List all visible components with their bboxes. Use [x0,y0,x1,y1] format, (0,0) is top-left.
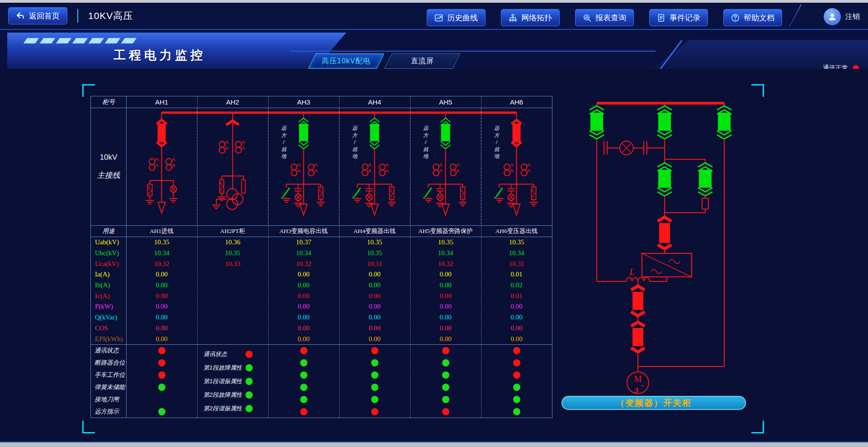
status-indicator-red [245,351,253,358]
svg-text:方: 方 [423,133,429,138]
measurement-value: 10.35 [339,248,410,259]
ah2-status-label: 通讯状态 [203,350,227,358]
measurement-label: Ib(A) [91,280,126,291]
vfd-circuit[interactable]: LM~3 [590,103,731,394]
status-indicator-cell [126,394,197,406]
status-indicator-cell [410,406,481,418]
nav-button-2[interactable]: 网络拓扑 [501,9,560,26]
cabinet-header-AH2: AH2 [197,96,268,108]
report-search-icon [583,14,591,22]
measurement-value: 0.00 [268,312,339,323]
corner-bracket-bottom-right [751,421,764,433]
user-avatar[interactable] [824,8,841,25]
svg-text:远: 远 [352,125,358,131]
measurement-value: 0.00 [268,290,339,301]
svg-text:~: ~ [640,382,644,390]
nav-button-1[interactable]: 历史曲线 [427,9,486,26]
measurement-label: Ia(A) [91,269,126,280]
cabinet-header-AH5: AH5 [410,96,481,108]
status-label: 手车工作位 [91,369,126,381]
purpose-row: 用途 AH1进线AH2PT柜AH3变频电容出线AH4变频器出线AH5变频器旁路保… [91,225,552,237]
measurement-value: 0.00 [339,269,410,280]
window-bottom-strip [0,442,868,447]
measurement-value [197,312,268,323]
status-indicator-green [371,384,378,391]
logout-button[interactable]: 注销 [845,12,860,22]
status-indicator-green [245,391,253,399]
status-indicator-red [300,408,307,415]
tab-直流屏[interactable]: 直流屏 [384,53,461,69]
one-line-diagram-row: 10kV 主接线 远方/就地远方/就地远方/就地远方/就地 [91,108,552,225]
nav-button-4[interactable]: 事件记录 [649,9,708,26]
title-divider [77,9,78,23]
measurement-value: 0.02 [481,280,552,291]
purpose-cell: AH4变频器出线 [339,226,410,237]
hazard-stripe [121,38,137,43]
measurement-label: Ic(A) [91,290,126,301]
measurement-value: 0.00 [268,323,339,334]
cabinet-diagram-AH6[interactable]: 远方/就地 [494,113,538,215]
measurement-value: 0.00 [410,301,481,312]
cabinet-header-AH3: AH3 [268,96,339,108]
cabinet-diagram-AH5[interactable]: 远方/就地 [423,113,467,215]
measurement-label: EPI(kWh) [91,333,126,344]
cabinet-one-line-diagram[interactable]: 远方/就地远方/就地远方/就地远方/就地 [126,108,552,225]
hazard-stripes-left [25,38,135,43]
measurement-grid: Uab(kV)10.3510.3610.3710.3510.3510.35Ubc… [91,237,552,344]
nav-button-3[interactable]: 报表查询 [575,9,634,26]
measurement-value: 0.00 [410,312,481,323]
status-indicator-green [513,384,520,391]
content-area: 柜号 AH1AH2AH3AH4AH5AH6 10kV 主接线 远方/就地远方/就… [0,69,868,442]
status-label: 断路器合位 [91,357,126,369]
status-indicator-cell [481,357,552,369]
measurement-value: 10.34 [268,248,339,259]
measurement-value: 0.00 [126,290,197,301]
topology-icon [509,14,517,22]
measurement-label: Ubc(kV) [91,248,126,259]
status-indicator-cell [268,394,339,406]
back-home-button[interactable]: 返回首页 [8,7,67,24]
tab-accent-line [289,51,656,52]
vfd-one-line-diagram[interactable]: LM~3 [561,96,750,413]
status-indicator-cell [126,357,197,369]
status-indicator-green [513,408,520,415]
motor-symbol: M~3 [627,372,649,394]
status-indicator-cell [339,345,410,357]
tab-高压10kV配电[interactable]: 高压10kV配电 [308,53,385,69]
top-bar: 返回首页 10KV高压 历史曲线网络拓扑报表查询事件记录帮助文档 注销 [0,3,868,29]
main-bus-label: 10kV 主接线 [91,108,126,225]
ah2-status-label: 第1段故障属性 [203,364,242,372]
measurement-value: 0.00 [126,333,197,344]
svg-text:地: 地 [423,153,429,159]
cabinet-header-AH6: AH6 [481,96,552,108]
measurement-value: 0.00 [481,333,552,344]
status-indicator-cell [126,345,197,357]
measurement-value: 10.35 [197,248,268,259]
status-indicator-red [158,371,165,379]
purpose-cell: AH1进线 [126,226,197,237]
inductor-label: L [629,266,635,277]
measurement-value: 0.00 [410,280,481,291]
status-indicator-cell [410,369,481,381]
cabinet-header-AH4: AH4 [339,96,410,108]
scada-screen: 返回首页 10KV高压 历史曲线网络拓扑报表查询事件记录帮助文档 注销 工程电力… [0,0,868,447]
measurement-value [197,323,268,334]
cabinet-diagram-AH1[interactable] [146,113,178,213]
ah2-status-row: 第2段故障属性 [203,391,253,399]
cabinet-diagram-AH4[interactable]: 远方/就地 [352,113,396,215]
measurement-value: 0.01 [481,269,552,280]
nav-button-5[interactable]: 帮助文档 [723,9,782,26]
status-indicator-green [245,405,253,412]
status-indicator-cell [339,394,410,406]
ah2-status-label: 第2段故障属性 [203,391,242,399]
status-indicator-cell [268,345,339,357]
legend-row: 通讯正常 [823,64,859,69]
measurement-value: 0.00 [268,269,339,280]
measurement-value: 10.33 [197,258,268,269]
measurement-value: 10.31 [481,258,552,269]
cabinet-diagram-AH3[interactable]: 远方/就地 [281,113,325,215]
vfd-cabinet-caption[interactable]: （变频器）开关柜 [561,396,746,410]
cabinet-diagram-AH2[interactable] [212,113,245,209]
status-indicator-red [158,359,165,366]
corner-bracket-top-left [82,84,95,97]
